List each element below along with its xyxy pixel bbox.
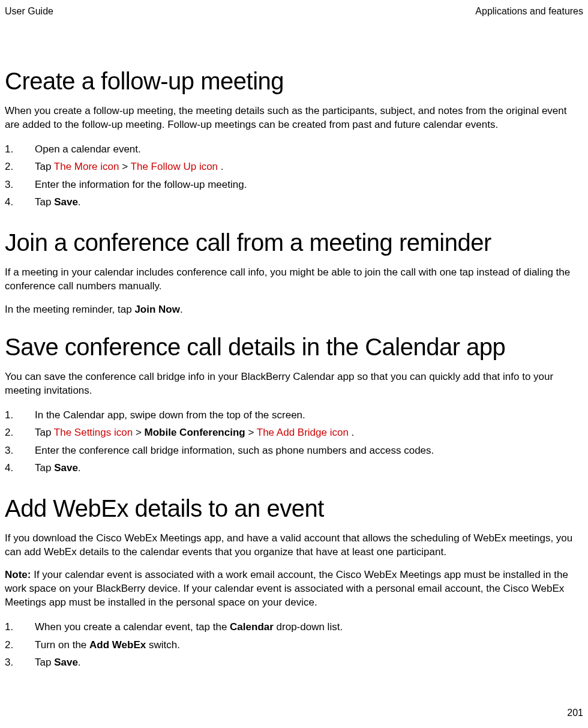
steps-list: Open a calendar event. Tap The More icon… xyxy=(5,142,583,210)
save-label: Save xyxy=(54,462,78,474)
section-intro: If a meeting in your calendar includes c… xyxy=(5,266,583,293)
header-left: User Guide xyxy=(5,6,53,17)
step-item: Tap The More icon > The Follow Up icon . xyxy=(5,159,583,175)
step-text: switch. xyxy=(146,639,180,651)
step-text: Tap xyxy=(35,657,54,668)
section-body: In the meeting reminder, tap Join Now. xyxy=(5,303,583,317)
step-text: . xyxy=(221,161,224,172)
section-save-conference: Save conference call details in the Cale… xyxy=(5,334,583,476)
mobile-conferencing-label: Mobile Conferencing xyxy=(145,427,245,438)
steps-list: In the Calendar app, swipe down from the… xyxy=(5,408,583,476)
section-join-conference: Join a conference call from a meeting re… xyxy=(5,229,583,317)
more-icon: The More icon xyxy=(54,161,122,172)
section-create-followup: Create a follow-up meeting When you crea… xyxy=(5,68,583,210)
step-text: When you create a calendar event, tap th… xyxy=(35,621,230,633)
section-title: Create a follow-up meeting xyxy=(5,68,583,95)
settings-icon: The Settings icon xyxy=(54,427,136,438)
step-text: Tap xyxy=(35,161,54,172)
step-item: Tap The Settings icon > Mobile Conferenc… xyxy=(5,425,583,441)
step-text: Tap xyxy=(35,427,54,438)
section-intro: If you download the Cisco WebEx Meetings… xyxy=(5,532,583,559)
step-text: . xyxy=(78,657,81,668)
step-item: Tap Save. xyxy=(5,655,583,670)
section-intro: You can save the conference call bridge … xyxy=(5,370,583,398)
step-text: . xyxy=(78,462,81,474)
add-webex-label: Add WebEx xyxy=(89,639,146,651)
step-text: > xyxy=(122,161,130,172)
section-note: Note: If your calendar event is associat… xyxy=(5,568,583,610)
add-bridge-icon: The Add Bridge icon xyxy=(257,427,352,438)
body-text: In the meeting reminder, tap xyxy=(5,304,134,315)
section-title: Add WebEx details to an event xyxy=(5,495,583,522)
step-text: . xyxy=(352,427,355,438)
body-text: . xyxy=(180,304,183,315)
page-header: User Guide Applications and features xyxy=(5,6,583,17)
section-add-webex: Add WebEx details to an event If you dow… xyxy=(5,495,583,670)
section-title: Save conference call details in the Cale… xyxy=(5,334,583,361)
save-label: Save xyxy=(54,657,78,668)
step-text: Tap xyxy=(35,196,54,208)
step-text: . xyxy=(78,196,81,208)
step-text: > xyxy=(245,427,257,438)
steps-list: When you create a calendar event, tap th… xyxy=(5,619,583,670)
step-item: Turn on the Add WebEx switch. xyxy=(5,637,583,653)
header-right: Applications and features xyxy=(475,6,583,17)
step-item: In the Calendar app, swipe down from the… xyxy=(5,408,583,423)
calendar-label: Calendar xyxy=(230,621,274,633)
join-now-label: Join Now xyxy=(134,304,180,315)
step-item: Open a calendar event. xyxy=(5,142,583,157)
step-item: Enter the conference call bridge informa… xyxy=(5,443,583,459)
step-item: Enter the information for the follow-up … xyxy=(5,177,583,193)
step-text: > xyxy=(136,427,145,438)
followup-icon: The Follow Up icon xyxy=(131,161,221,172)
step-item: When you create a calendar event, tap th… xyxy=(5,619,583,635)
section-intro: When you create a follow-up meeting, the… xyxy=(5,104,583,132)
step-text: Turn on the xyxy=(35,639,89,651)
note-label: Note: xyxy=(5,569,31,580)
section-title: Join a conference call from a meeting re… xyxy=(5,229,583,256)
step-text: Tap xyxy=(35,462,54,474)
step-item: Tap Save. xyxy=(5,460,583,476)
page-number: 201 xyxy=(567,708,583,718)
step-text: drop-down list. xyxy=(274,621,343,633)
note-body: If your calendar event is associated wit… xyxy=(5,569,568,608)
step-item: Tap Save. xyxy=(5,194,583,210)
save-label: Save xyxy=(54,196,78,208)
